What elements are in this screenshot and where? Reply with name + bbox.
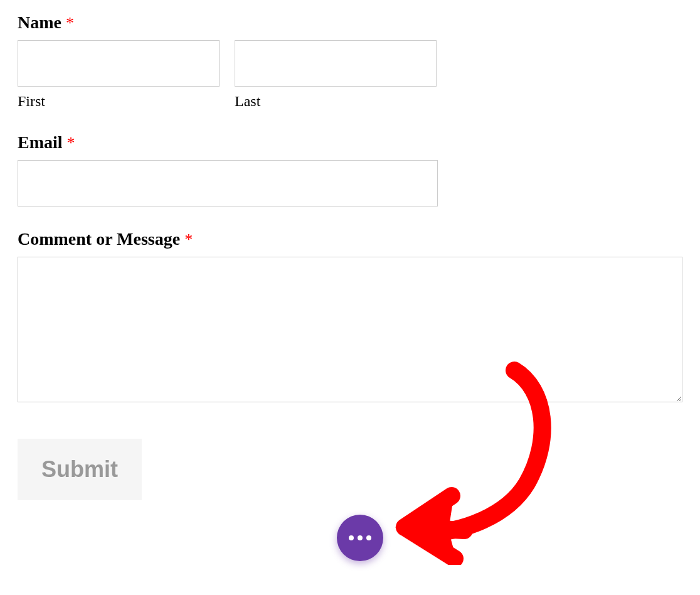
fab-more-button[interactable] xyxy=(337,515,383,561)
email-input[interactable] xyxy=(18,160,438,206)
name-label-text: Name xyxy=(18,13,61,32)
name-label: Name * xyxy=(18,13,682,33)
last-name-sublabel: Last xyxy=(235,93,437,110)
first-name-sublabel: First xyxy=(18,93,220,110)
comment-label-text: Comment or Message xyxy=(18,229,180,249)
comment-field-group: Comment or Message * xyxy=(18,229,682,405)
email-label: Email * xyxy=(18,132,682,153)
more-horizontal-icon xyxy=(349,535,371,540)
email-field-group: Email * xyxy=(18,132,682,206)
name-field-group: Name * First Last xyxy=(18,13,682,110)
required-marker: * xyxy=(66,14,74,32)
first-name-input[interactable] xyxy=(18,40,220,87)
required-marker: * xyxy=(184,230,193,249)
comment-textarea[interactable] xyxy=(18,257,682,402)
first-name-col: First xyxy=(18,40,220,110)
contact-form: Name * First Last Email * Comment or Mes… xyxy=(0,0,700,513)
required-marker: * xyxy=(67,134,75,152)
last-name-input[interactable] xyxy=(235,40,437,87)
comment-label: Comment or Message * xyxy=(18,229,682,249)
name-row: First Last xyxy=(18,40,682,110)
last-name-col: Last xyxy=(235,40,437,110)
email-label-text: Email xyxy=(18,132,63,152)
submit-button[interactable]: Submit xyxy=(18,439,142,500)
